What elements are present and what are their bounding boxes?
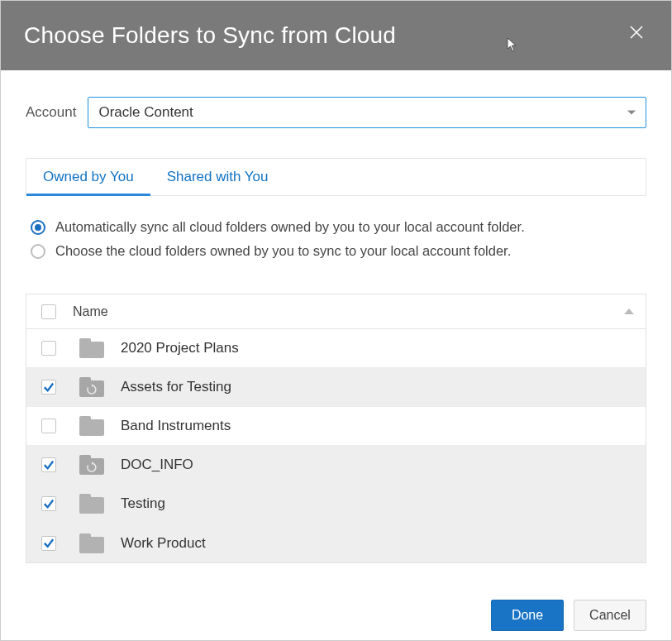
row-icon-cell xyxy=(71,416,112,436)
radio-choose-folders[interactable]: Choose the cloud folders owned by you to… xyxy=(31,243,641,259)
table-header-row: Name xyxy=(26,294,646,329)
row-checkbox[interactable] xyxy=(41,380,56,395)
column-header-name[interactable]: Name xyxy=(71,304,612,319)
tab-owned-by-you[interactable]: Owned by You xyxy=(26,159,150,195)
row-name: Work Product xyxy=(112,535,646,552)
chevron-down-icon xyxy=(627,111,636,115)
account-select-value: Oracle Content xyxy=(98,104,193,121)
table-row[interactable]: Assets for Testing xyxy=(26,368,646,407)
radio-icon xyxy=(31,244,45,259)
account-label: Account xyxy=(26,104,76,121)
row-icon-cell xyxy=(71,455,112,475)
sync-overlay-icon xyxy=(86,462,98,473)
folder-sync-icon xyxy=(79,455,104,475)
row-checkbox-cell xyxy=(26,419,71,433)
titlebar: Choose Folders to Sync from Cloud xyxy=(1,1,671,70)
select-all-checkbox[interactable] xyxy=(41,304,56,319)
row-icon-cell xyxy=(71,338,112,358)
table-row[interactable]: 2020 Project Plans xyxy=(26,329,646,368)
cursor-icon xyxy=(507,37,518,55)
radio-choose-label: Choose the cloud folders owned by you to… xyxy=(55,243,511,259)
row-checkbox-cell xyxy=(26,496,71,511)
row-name: DOC_INFO xyxy=(112,457,646,473)
radio-auto-sync[interactable]: Automatically sync all cloud folders own… xyxy=(31,219,641,235)
row-checkbox[interactable] xyxy=(41,341,56,356)
table-row[interactable]: Band Instruments xyxy=(26,407,646,446)
dialog-title: Choose Folders to Sync from Cloud xyxy=(24,22,396,49)
sync-overlay-icon xyxy=(86,384,98,395)
row-name: Band Instruments xyxy=(112,418,646,434)
folder-table: Name 2020 Project PlansAssets for Testin… xyxy=(26,294,646,563)
tab-shared-with-you[interactable]: Shared with You xyxy=(150,159,285,195)
row-icon-cell xyxy=(71,533,112,553)
table-row[interactable]: Testing xyxy=(26,485,646,524)
sync-options: Automatically sync all cloud folders own… xyxy=(26,196,646,284)
row-checkbox-cell xyxy=(26,380,71,395)
account-select[interactable]: Oracle Content xyxy=(88,97,646,128)
sort-up-icon xyxy=(624,309,634,314)
row-checkbox[interactable] xyxy=(41,496,56,511)
row-icon-cell xyxy=(71,494,112,514)
cancel-button[interactable]: Cancel xyxy=(574,600,646,631)
sort-indicator[interactable] xyxy=(612,309,646,314)
folder-icon xyxy=(79,338,104,358)
close-button[interactable] xyxy=(628,24,651,47)
row-name: 2020 Project Plans xyxy=(112,340,646,356)
account-row: Account Oracle Content xyxy=(26,97,646,128)
row-icon-cell xyxy=(71,377,112,397)
dialog-footer: Done Cancel xyxy=(1,580,671,641)
tabs: Owned by You Shared with You xyxy=(26,158,646,196)
row-checkbox-cell xyxy=(26,457,71,472)
row-checkbox-cell xyxy=(26,341,71,356)
row-name: Assets for Testing xyxy=(112,379,646,395)
radio-auto-label: Automatically sync all cloud folders own… xyxy=(55,219,525,235)
row-checkbox[interactable] xyxy=(41,457,56,472)
row-name: Testing xyxy=(112,495,646,512)
row-checkbox[interactable] xyxy=(41,419,56,433)
folder-icon xyxy=(79,533,104,553)
radio-icon xyxy=(31,220,45,235)
header-checkbox-cell xyxy=(26,304,71,319)
table-row[interactable]: DOC_INFO xyxy=(26,446,646,485)
folder-sync-icon xyxy=(79,377,104,397)
folder-icon xyxy=(79,416,104,436)
row-checkbox-cell xyxy=(26,536,71,551)
row-checkbox[interactable] xyxy=(41,536,56,551)
done-button[interactable]: Done xyxy=(491,600,564,631)
table-row[interactable]: Work Product xyxy=(26,524,646,562)
folder-icon xyxy=(79,494,104,514)
